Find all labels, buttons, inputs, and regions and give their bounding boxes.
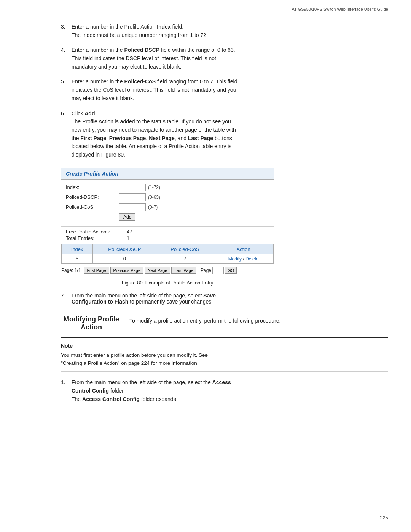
page-input[interactable] bbox=[212, 267, 224, 274]
form-area: Index: (1-72) Policed-DSCP: (0-63) Polic… bbox=[61, 180, 274, 226]
total-entries-value: 1 bbox=[127, 235, 129, 241]
step5-bold: Policed-CoS bbox=[124, 78, 156, 85]
next-page-button[interactable]: Next Page bbox=[145, 267, 170, 274]
page-label: Page bbox=[201, 268, 211, 273]
go-button[interactable]: GO bbox=[225, 267, 237, 274]
step3-bold-index: Index bbox=[157, 24, 171, 30]
header-title: AT-GS950/10PS Switch Web Interface User'… bbox=[292, 7, 388, 11]
col-header-dscp: Policied-DSCP bbox=[93, 244, 156, 254]
step-3: 3. Enter a number in the Profile Action … bbox=[61, 23, 388, 39]
dscp-input[interactable] bbox=[119, 193, 146, 201]
index-label: Index: bbox=[66, 184, 119, 190]
row-cos: 7 bbox=[156, 254, 213, 263]
section-heading-title: Modifying Profile Action bbox=[61, 315, 129, 331]
cos-label: Policed-CoS: bbox=[66, 204, 119, 210]
add-button[interactable]: Add bbox=[119, 213, 135, 221]
step6-bold-add: Add bbox=[84, 110, 95, 117]
step6-bold-last: Last Page bbox=[188, 135, 213, 141]
steps-list: 3. Enter a number in the Profile Action … bbox=[61, 23, 388, 159]
step7-bold: Save Configuration to Flash bbox=[72, 292, 216, 305]
previous-page-button[interactable]: Previous Page bbox=[110, 267, 144, 274]
form-row-index: Index: (1-72) bbox=[66, 184, 269, 191]
table-header-row: Index Policied-DSCP Policied-CoS Action bbox=[62, 244, 274, 254]
step-5: 5. Enter a number in the Policed-CoS fie… bbox=[61, 78, 388, 102]
step-6: 6. Click Add. The Profile Action is adde… bbox=[61, 110, 388, 159]
create-profile-box: Create Profile Action Index: (1-72) Poli… bbox=[61, 168, 274, 276]
row-index: 5 bbox=[62, 254, 93, 263]
mod-step-1: 1. From the main menu on the left side o… bbox=[61, 379, 388, 403]
free-profile-value: 47 bbox=[127, 229, 132, 235]
index-input[interactable] bbox=[119, 184, 146, 191]
note-text: You must first enter a profile action be… bbox=[61, 351, 388, 367]
col-header-cos: Policied-CoS bbox=[156, 244, 213, 254]
step6-bold-first: First Page bbox=[80, 135, 106, 141]
step6-bold-next: Next Page bbox=[149, 135, 175, 141]
last-page-button[interactable]: Last Page bbox=[171, 267, 196, 274]
step4-bold: Policed DSCP bbox=[124, 47, 160, 53]
step-4: 4. Enter a number in the Policed DSCP fi… bbox=[61, 46, 388, 71]
pagination-row: Page: 1/1 First Page Previous Page Next … bbox=[61, 267, 274, 274]
figure-caption: Figure 80. Example of Profile Action Ent… bbox=[61, 280, 274, 286]
delete-link[interactable]: Delete bbox=[245, 256, 259, 262]
add-btn-row: Add bbox=[119, 213, 269, 221]
total-entries-label: Total Entries: bbox=[66, 235, 127, 241]
page-number: 225 bbox=[380, 515, 388, 521]
free-profile-row: Free Profile Actions: 47 bbox=[66, 229, 269, 235]
modify-link[interactable]: Modify bbox=[228, 256, 242, 262]
row-dscp: 0 bbox=[93, 254, 156, 263]
mod-steps-list: 1. From the main menu on the left side o… bbox=[61, 379, 388, 403]
page-header: AT-GS950/10PS Switch Web Interface User'… bbox=[0, 0, 411, 11]
create-profile-title: Create Profile Action bbox=[61, 168, 274, 180]
section-heading-block: Modifying Profile Action To modify a pro… bbox=[61, 315, 388, 331]
form-row-cos: Policed-CoS: (0-7) bbox=[66, 203, 269, 211]
form-row-dscp: Policed-DSCP: (0-63) bbox=[66, 193, 269, 201]
section-intro: To modify a profile action entry, perfor… bbox=[129, 315, 388, 331]
mod-step1-bold-access: Access Control Config bbox=[72, 379, 231, 394]
note-title: Note bbox=[61, 342, 388, 350]
free-profile-label: Free Profile Actions: bbox=[66, 229, 127, 235]
page-info: Page: 1/1 bbox=[61, 268, 81, 273]
row-action: Modify / Delete bbox=[213, 254, 274, 263]
mod-step1-bold-access2: Access Control Config bbox=[82, 396, 140, 402]
cos-range: (0-7) bbox=[148, 204, 158, 210]
table-row: 5 0 7 Modify / Delete bbox=[62, 254, 274, 263]
cos-input[interactable] bbox=[119, 203, 146, 211]
index-range: (1-72) bbox=[148, 185, 160, 190]
dscp-range: (0-63) bbox=[148, 195, 160, 200]
profile-table: Index Policied-DSCP Policied-CoS Action … bbox=[61, 244, 274, 264]
col-header-action: Action bbox=[213, 244, 274, 254]
total-entries-row: Total Entries: 1 bbox=[66, 235, 269, 241]
note-box: Note You must first enter a profile acti… bbox=[61, 337, 388, 372]
col-header-index: Index bbox=[62, 244, 93, 254]
stats-area: Free Profile Actions: 47 Total Entries: … bbox=[61, 226, 274, 244]
first-page-button[interactable]: First Page bbox=[84, 267, 109, 274]
action-separator: / bbox=[242, 256, 245, 262]
dscp-label: Policed-DSCP: bbox=[66, 194, 119, 200]
step-7: 7. From the main menu on the left side o… bbox=[61, 292, 388, 305]
step6-bold-prev: Previous Page bbox=[109, 135, 146, 141]
